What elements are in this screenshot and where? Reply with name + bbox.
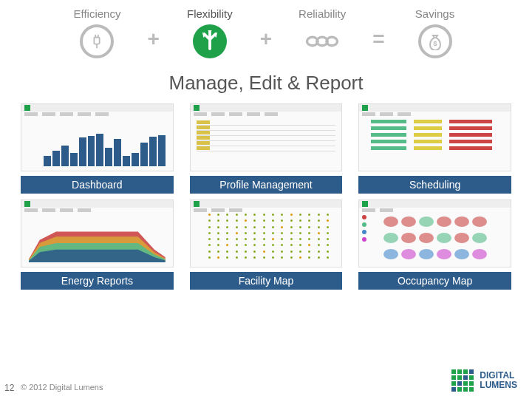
occupancy-thumbnail xyxy=(358,200,511,267)
copyright: © 2012 Digital Lumens xyxy=(21,383,103,392)
plug-icon xyxy=(80,24,114,58)
benefit-label: Reliability xyxy=(299,7,346,20)
plus-icon: + xyxy=(260,27,272,58)
svg-text:$: $ xyxy=(433,40,437,47)
panels-grid: Dashboard Profile Management Scheduling xyxy=(0,103,532,290)
benefit-label: Savings xyxy=(415,7,454,20)
panel-energy-reports: Energy Reports xyxy=(21,200,174,290)
energy-thumbnail xyxy=(21,200,174,267)
branching-arrows-icon xyxy=(193,24,227,58)
benefit-flexibility: Flexibility xyxy=(173,7,247,58)
brand-name: DIGITAL LUMENS xyxy=(480,371,517,390)
profile-thumbnail xyxy=(190,103,343,171)
brand-line: LUMENS xyxy=(480,381,517,390)
svg-rect-0 xyxy=(95,38,100,44)
dashboard-thumbnail xyxy=(21,103,174,171)
panel-caption: Energy Reports xyxy=(21,272,174,290)
panel-occupancy-map: Occupancy Map xyxy=(358,200,511,290)
plus-icon: + xyxy=(147,27,159,58)
equals-icon: = xyxy=(372,27,384,58)
panel-profile-management: Profile Management xyxy=(190,103,343,194)
money-bag-icon: $ xyxy=(418,24,452,58)
brand-logo: DIGITAL LUMENS xyxy=(451,369,517,392)
page-number: 12 xyxy=(4,383,14,393)
scheduling-thumbnail xyxy=(358,103,511,171)
panel-caption: Facility Map xyxy=(190,272,343,290)
chain-link-icon xyxy=(305,24,339,58)
benefit-label: Flexibility xyxy=(187,7,233,20)
panel-dashboard: Dashboard xyxy=(21,103,174,194)
benefit-savings: Savings $ xyxy=(398,7,472,58)
panel-caption: Scheduling xyxy=(358,176,511,194)
section-title: Manage, Edit & Report xyxy=(0,72,532,95)
panel-caption: Dashboard xyxy=(21,176,174,194)
brand-mark-icon xyxy=(451,369,474,392)
panel-facility-map: Facility Map xyxy=(190,200,343,290)
panel-scheduling: Scheduling xyxy=(358,103,511,194)
panel-caption: Occupancy Map xyxy=(358,272,511,290)
benefit-reliability: Reliability xyxy=(285,7,359,58)
facility-thumbnail xyxy=(190,200,343,267)
benefits-row: Efficiency + Flexibility + Reliability =… xyxy=(0,0,532,58)
benefit-label: Efficiency xyxy=(73,7,120,20)
benefit-efficiency: Efficiency xyxy=(60,7,134,58)
panel-caption: Profile Management xyxy=(190,176,343,194)
